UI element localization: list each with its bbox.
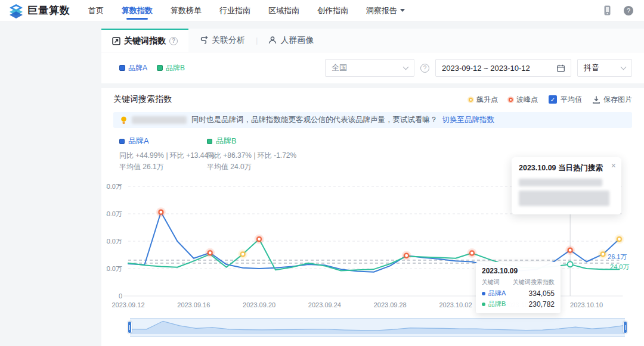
nav-menu: 首页 算数指数 算数榜单 行业指南 区域指南 创作指南 洞察报告: [88, 0, 405, 21]
tooltip-row-brand-b: 品牌B 230,782: [482, 300, 555, 308]
download-icon: [593, 96, 600, 104]
hot-search-tooltip-title: 2023.10.09 当日热门搜索: [519, 163, 614, 173]
chart-header: 关键词搜索指数 飙升点 波峰点 ✓ 平均值 保: [113, 94, 632, 105]
svg-text:2023.09.28: 2023.09.28: [374, 301, 407, 308]
platform-select[interactable]: 抖音: [577, 59, 632, 77]
chevron-down-icon: [621, 64, 627, 70]
tab-audience-portrait[interactable]: 人群画像: [258, 29, 324, 52]
blurred-hot-search-row: [519, 191, 609, 206]
tooltip-brand-b-value: 230,782: [529, 300, 555, 308]
tab-relation-analysis[interactable]: 关联分析: [188, 29, 256, 52]
nav-item-region[interactable]: 区域指南: [268, 0, 299, 21]
people-icon: [268, 36, 277, 44]
brand-b-dot-icon: [482, 303, 485, 306]
region-select[interactable]: 全国: [325, 59, 414, 77]
svg-text:40.0万: 40.0万: [106, 238, 122, 245]
surge-point-toggle[interactable]: 飙升点: [469, 95, 498, 105]
chart-brush[interactable]: [130, 318, 625, 337]
close-icon[interactable]: ×: [611, 161, 616, 170]
blurred-keyword: [132, 116, 187, 124]
tooltip-col-keyword: 关键词: [482, 278, 500, 286]
brush-area-svg: [130, 318, 625, 337]
index-box-arrow-icon: [112, 37, 120, 45]
nav-item-creation[interactable]: 创作指南: [317, 0, 348, 21]
save-image-label: 保存图片: [603, 95, 632, 105]
date-range-value: 2023-09-12 ~ 2023-10-12: [442, 64, 530, 73]
brand-a-swatch-icon: [119, 65, 125, 71]
svg-text:2023.10.10: 2023.10.10: [570, 301, 603, 308]
brush-handle-left[interactable]: [128, 321, 132, 333]
mobile-app-icon[interactable]: [604, 5, 611, 15]
nav-item-rank[interactable]: 算数榜单: [171, 0, 202, 21]
tab-strip: 关键词指数 ? 关联分析 | 人群画像: [101, 29, 644, 52]
top-navbar: 巨量算数 首页 算数指数 算数榜单 行业指南 区域指南 创作指南 洞察报告 ?: [0, 0, 644, 21]
save-image-button[interactable]: 保存图片: [593, 95, 632, 105]
platform-select-value: 抖音: [584, 63, 599, 73]
calendar-icon: [557, 64, 565, 72]
tab-keyword-index-label: 关键词指数: [124, 36, 166, 46]
hot-search-tooltip: 2023.10.09 当日热门搜索 ×: [512, 157, 621, 214]
datapoint-tooltip: 2023.10.09 关键词 关键词搜索指数 品牌A 334,055 品牌B 2…: [476, 262, 561, 313]
legend-brand-a-label: 品牌A: [128, 63, 147, 73]
brand-b-stats: 品牌B 同比 +86.37% | 环比 -1.72% 平均值 24.0万: [207, 136, 302, 173]
peak-point-toggle[interactable]: 波峰点: [509, 95, 538, 105]
legend-toggle-brand-b[interactable]: 品牌B: [157, 63, 185, 73]
peak-point-icon: [509, 98, 513, 102]
brand-a-name: 品牌A: [128, 136, 149, 146]
brand-logo[interactable]: 巨量算数: [8, 3, 70, 18]
chart-title: 关键词搜索指数: [113, 94, 172, 105]
nav-item-industry[interactable]: 行业指南: [219, 0, 250, 21]
average-label: 平均值: [561, 95, 582, 105]
brand-index-banner: 同时也是品牌词，品牌指数能更客观公信的代表该品牌声量，要试试看嘛？ 切换至品牌指…: [113, 112, 632, 128]
brand-a-stats: 品牌A 同比 +44.99% | 环比 +13.44% 平均值 26.1万: [119, 136, 215, 173]
tooltip-brand-a-value: 334,055: [529, 289, 555, 298]
blurred-hot-search-row: [519, 179, 602, 186]
brand-b-average: 平均值 24.0万: [207, 161, 302, 173]
svg-text:2023.09.16: 2023.09.16: [177, 301, 210, 308]
region-select-value: 全国: [332, 63, 347, 73]
nav-right-icons: ?: [604, 5, 633, 15]
svg-text:80.0万: 80.0万: [106, 183, 122, 190]
help-icon[interactable]: ?: [624, 6, 633, 15]
filter-card: 关键词指数 ? 关联分析 | 人群画像 品: [101, 29, 644, 83]
tab-keyword-index[interactable]: 关键词指数 ?: [101, 29, 188, 52]
average-checkbox[interactable]: ✓ 平均值: [549, 95, 582, 105]
chart-card: 关键词搜索指数 飙升点 波峰点 ✓ 平均值 保: [101, 88, 644, 346]
legend-brand-b-label: 品牌B: [166, 63, 185, 73]
tooltip-brand-a-name: 品牌A: [488, 289, 506, 298]
brand-b-compare: 同比 +86.37% | 环比 -1.72%: [207, 150, 302, 161]
peak-point-label: 波峰点: [516, 95, 538, 105]
surge-point-icon: [469, 98, 473, 102]
relation-icon: [199, 36, 208, 44]
svg-text:2023.09.20: 2023.09.20: [243, 301, 275, 308]
banner-text: 同时也是品牌词，品牌指数能更客观公信的代表该品牌声量，要试试看嘛？: [191, 115, 438, 125]
chevron-down-icon: [403, 64, 409, 70]
brand-b-swatch-icon: [207, 139, 212, 144]
brand-b-name: 品牌B: [216, 136, 237, 146]
brush-handle-right[interactable]: [623, 321, 627, 333]
switch-brand-index-link[interactable]: 切换至品牌指数: [442, 115, 495, 125]
svg-text:2023.10.02: 2023.10.02: [439, 301, 472, 308]
svg-text:26.1万: 26.1万: [608, 253, 627, 260]
logo-diamond-icon: [8, 3, 24, 18]
nav-item-report[interactable]: 洞察报告: [366, 0, 405, 21]
tooltip-col-index: 关键词搜索指数: [513, 278, 555, 286]
legend-toggle-brand-a[interactable]: 品牌A: [119, 63, 147, 73]
keyword-index-help-icon[interactable]: ?: [169, 37, 178, 45]
surge-point-label: 飙升点: [476, 95, 498, 105]
tab-relation-analysis-label: 关联分析: [212, 35, 245, 46]
nav-item-home[interactable]: 首页: [88, 0, 104, 21]
filter-row: 品牌A 品牌B 全国 ? 2023-09-12 ~ 2023-10-12 抖音: [101, 52, 644, 83]
tooltip-row-brand-a: 品牌A 334,055: [482, 289, 555, 298]
nav-item-index[interactable]: 算数指数: [122, 0, 153, 21]
app-root: 巨量算数 首页 算数指数 算数榜单 行业指南 区域指南 创作指南 洞察报告 ?: [0, 0, 644, 346]
date-range-picker[interactable]: 2023-09-12 ~ 2023-10-12: [435, 59, 571, 77]
lightbulb-icon: [120, 116, 127, 124]
brand-b-swatch-icon: [157, 65, 163, 71]
brand-a-swatch-icon: [119, 139, 125, 144]
logo-text: 巨量算数: [27, 4, 70, 17]
svg-text:2023.09.24: 2023.09.24: [308, 301, 341, 308]
region-help-icon[interactable]: ?: [420, 64, 429, 73]
caret-down-icon: [400, 9, 405, 12]
brand-a-average: 平均值 26.1万: [119, 161, 215, 173]
